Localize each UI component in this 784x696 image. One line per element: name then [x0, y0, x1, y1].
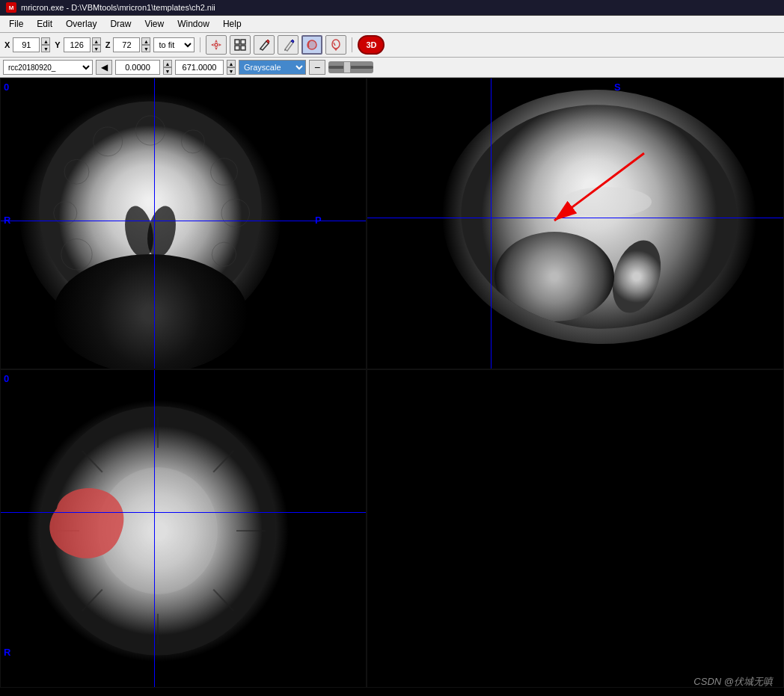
menu-window[interactable]: Window — [171, 17, 215, 31]
empty-panel — [367, 369, 784, 688]
x-spinner[interactable]: ▲ ▼ — [41, 37, 50, 52]
toolbar2: rcc20180920_ ◀ ▲ ▼ ▲ ▼ Grayscale Spectru… — [0, 58, 784, 78]
menu-file[interactable]: File — [3, 17, 29, 31]
threed-button[interactable]: 3D — [358, 35, 385, 55]
y-label: Y — [53, 40, 61, 49]
edit-tool-button[interactable] — [325, 35, 346, 55]
contrast-slider[interactable] — [328, 61, 373, 73]
sagittal-panel[interactable]: S — [367, 78, 784, 369]
x-label: X — [3, 40, 11, 49]
max-down[interactable]: ▼ — [227, 67, 236, 75]
viewer: 0 P R S 0 R — [0, 78, 784, 688]
y-up[interactable]: ▲ — [92, 37, 101, 45]
menu-help[interactable]: Help — [217, 17, 248, 31]
contrast-track — [328, 66, 373, 69]
max-value-input[interactable] — [175, 60, 224, 75]
z-coord-group: Z ▲ ▼ — [104, 37, 151, 52]
coronal-panel[interactable]: 0 P R — [0, 78, 367, 369]
sep1 — [200, 37, 200, 52]
coronal-crosshair-v — [154, 78, 155, 369]
axial-panel[interactable]: 0 R — [0, 369, 367, 688]
colormap-select[interactable]: Grayscale Spectrum Red Hot — [239, 60, 306, 75]
y-spinner[interactable]: ▲ ▼ — [92, 37, 101, 52]
z-up[interactable]: ▲ — [141, 37, 150, 45]
draw-pencil-button[interactable] — [254, 35, 275, 55]
sep2 — [352, 37, 352, 52]
axial-crosshair-h — [1, 512, 366, 513]
menu-view[interactable]: View — [138, 17, 170, 31]
svg-marker-2 — [211, 43, 214, 46]
menu-overlay[interactable]: Overlay — [60, 17, 102, 31]
z-label: Z — [104, 40, 112, 49]
coronal-label-p: P — [315, 215, 322, 226]
y-coord-group: Y ▲ ▼ — [53, 37, 100, 52]
svg-marker-0 — [215, 40, 218, 43]
app-icon: M — [6, 2, 16, 13]
coronal-crosshair-h — [1, 221, 366, 221]
contrast-thumb[interactable] — [343, 61, 351, 73]
coronal-label-0: 0 — [4, 81, 9, 93]
sagittal-crosshair-h — [367, 218, 783, 218]
svg-marker-3 — [218, 43, 221, 46]
circle-tool-button[interactable] — [301, 35, 322, 55]
x-coord-group: X ▲ ▼ — [3, 37, 50, 52]
grid-button[interactable] — [230, 35, 251, 55]
svg-point-10 — [332, 40, 340, 49]
menu-bar: File Edit Overlay Draw View Window Help — [0, 16, 784, 33]
svg-point-4 — [215, 43, 218, 46]
axial-label-0: 0 — [4, 373, 9, 384]
min-value-input[interactable] — [115, 60, 160, 75]
val-up[interactable]: ▲ — [163, 60, 172, 67]
z-spinner[interactable]: ▲ ▼ — [141, 37, 150, 52]
sagittal-label-s: S — [614, 81, 621, 93]
svg-line-11 — [334, 43, 335, 46]
menu-edit[interactable]: Edit — [31, 17, 58, 31]
z-input[interactable] — [113, 37, 140, 52]
max-spinner[interactable]: ▲ ▼ — [227, 60, 236, 75]
watermark: CSDN @伏城无嗔 — [693, 675, 773, 689]
brightness-minus-button[interactable]: − — [309, 60, 325, 75]
x-up[interactable]: ▲ — [41, 37, 50, 45]
app-title: mricron.exe - D:\VBMtools\mricron1\templ… — [21, 3, 215, 12]
z-down[interactable]: ▼ — [141, 45, 150, 52]
nav-prev-button[interactable]: ◀ — [96, 60, 112, 75]
toolbar1: X ▲ ▼ Y ▲ ▼ Z ▲ ▼ to fit 25% 50% 100% — [0, 33, 784, 58]
coronal-label-r: R — [4, 215, 10, 226]
axial-label-r: R — [4, 647, 10, 658]
crosshair-button[interactable] — [206, 35, 227, 55]
x-input[interactable] — [13, 37, 40, 52]
draw-pen-button[interactable] — [278, 35, 298, 55]
volume-select[interactable]: rcc20180920_ — [3, 60, 93, 75]
svg-rect-8 — [241, 46, 245, 50]
svg-rect-7 — [235, 46, 239, 50]
val-spinner[interactable]: ▲ ▼ — [163, 60, 172, 75]
svg-marker-1 — [215, 47, 218, 50]
menu-draw[interactable]: Draw — [104, 17, 137, 31]
val-down[interactable]: ▼ — [163, 67, 172, 75]
x-down[interactable]: ▼ — [41, 45, 50, 52]
axial-crosshair-v — [154, 370, 155, 687]
max-up[interactable]: ▲ — [227, 60, 236, 67]
y-input[interactable] — [64, 37, 91, 52]
svg-rect-5 — [235, 40, 239, 44]
y-down[interactable]: ▼ — [92, 45, 101, 52]
svg-rect-6 — [241, 40, 245, 44]
sagittal-crosshair-v — [491, 78, 491, 369]
title-bar: M mricron.exe - D:\VBMtools\mricron1\tem… — [0, 0, 784, 16]
threed-label: 3D — [366, 40, 376, 49]
fit-select[interactable]: to fit 25% 50% 100% — [153, 37, 195, 52]
